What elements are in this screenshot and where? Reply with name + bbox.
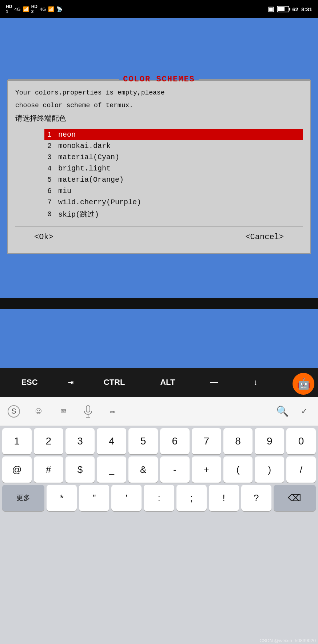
arrow-down-button[interactable]: ↓ <box>249 375 263 390</box>
battery-percent: 62 <box>292 6 298 12</box>
key-star[interactable]: * <box>47 485 77 511</box>
key-slash[interactable]: / <box>286 456 316 483</box>
signal-4g-1: 4G <box>14 7 20 12</box>
title-line-right <box>199 79 310 80</box>
dialog-message-line2: choose color scheme of termux. <box>15 101 303 110</box>
keyboard-row-numbers: 1 2 3 4 5 6 7 8 9 0 <box>0 426 318 454</box>
key-minus[interactable]: - <box>160 456 190 483</box>
dialog-body: Your colors.properties is empty,please c… <box>8 81 310 253</box>
menu-label-4: bright.light <box>58 164 111 173</box>
tab-icon[interactable]: ⇥ <box>68 377 73 388</box>
menu-item-0[interactable]: 0 skip(跳过) <box>44 208 303 221</box>
key-8[interactable]: 8 <box>223 428 253 454</box>
status-left: HD1 4G 📶 HD2 4G 📶 📡 <box>6 4 63 14</box>
collapse-icon[interactable]: ✓ <box>296 403 312 419</box>
key-3[interactable]: 3 <box>65 428 95 454</box>
menu-label-6: miu <box>58 187 71 195</box>
dialog-chinese-text: 请选择终端配色 <box>15 113 303 123</box>
key-2[interactable]: 2 <box>34 428 63 454</box>
ctrl-button[interactable]: CTRL <box>99 375 130 390</box>
suggest-icons: S ☺ ⌨ ✏ <box>6 403 121 419</box>
menu-label-5: materia(Orange) <box>58 176 124 184</box>
alt-button[interactable]: ALT <box>155 375 180 390</box>
watermark: CSDN @weixin_50839020 <box>259 638 316 643</box>
time-display: 8:31 <box>301 6 312 12</box>
esc-button[interactable]: ESC <box>16 375 43 390</box>
key-dquote[interactable]: " <box>79 485 109 511</box>
menu-item-5[interactable]: 5 materia(Orange) <box>44 174 303 185</box>
key-dollar[interactable]: $ <box>65 456 95 483</box>
dialog-box: COLOR SCHEMES Your colors.properties is … <box>7 80 311 254</box>
search-icon[interactable]: 🔍 <box>274 403 290 419</box>
menu-num-4: 4 <box>47 164 55 173</box>
menu-label-3: material(Cyan) <box>58 153 119 161</box>
color-scheme-menu: 1 neon 2 monokai.dark 3 material(Cyan) 4… <box>44 129 303 221</box>
key-colon[interactable]: : <box>144 485 174 511</box>
suggest-right: 🔍 ✓ <box>274 403 312 419</box>
menu-item-6[interactable]: 6 miu <box>44 185 303 197</box>
key-9[interactable]: 9 <box>255 428 284 454</box>
signal-bars-2: 📶 <box>48 6 54 12</box>
menu-label-0: skip(跳过) <box>58 209 99 219</box>
key-5[interactable]: 5 <box>128 428 158 454</box>
svg-text:S: S <box>11 407 16 415</box>
handwrite-icon[interactable]: ✏ <box>105 403 121 419</box>
key-6[interactable]: 6 <box>160 428 190 454</box>
key-hash[interactable]: # <box>34 456 63 483</box>
cancel-button[interactable]: <Cancel> <box>241 231 288 243</box>
menu-num-7: 7 <box>47 198 55 206</box>
key-0[interactable]: 0 <box>286 428 316 454</box>
key-plus[interactable]: + <box>192 456 221 483</box>
dash-button[interactable]: — <box>205 375 223 390</box>
dialog-buttons: <Ok> <Cancel> <box>15 226 303 247</box>
key-squote[interactable]: ' <box>111 485 142 511</box>
dialog-title: COLOR SCHEMES <box>119 75 199 84</box>
key-more[interactable]: 更多 <box>2 485 44 511</box>
keyboard-row-symbols: @ # $ _ & - + ( ) / <box>0 454 318 483</box>
menu-num-3: 3 <box>47 153 55 161</box>
key-lparen[interactable]: ( <box>223 456 253 483</box>
key-at[interactable]: @ <box>2 456 32 483</box>
signal-bars-1: 📶 <box>23 6 29 12</box>
key-1[interactable]: 1 <box>2 428 32 454</box>
robo-badge: 🤖 <box>293 373 314 395</box>
menu-num-6: 6 <box>47 187 55 195</box>
mic-icon[interactable] <box>80 403 96 419</box>
keyboard-icon[interactable]: ⌨ <box>55 403 71 419</box>
key-7[interactable]: 7 <box>192 428 221 454</box>
ok-button[interactable]: <Ok> <box>30 231 58 243</box>
keyboard-row-special: 更多 * " ' : ; ! ? ⌫ <box>0 483 318 511</box>
signal-4g-2: 4G <box>40 7 46 12</box>
key-ampersand[interactable]: & <box>128 456 158 483</box>
menu-num-1: 1 <box>47 130 55 139</box>
keyboard-toolbar: ESC ⇥ CTRL ALT — ↓ ↑ <box>0 368 318 397</box>
key-question[interactable]: ? <box>241 485 271 511</box>
menu-num-5: 5 <box>47 176 55 184</box>
key-rparen[interactable]: ) <box>255 456 284 483</box>
title-line-left <box>8 79 119 80</box>
terminal-black-bar <box>0 298 318 309</box>
key-backspace[interactable]: ⌫ <box>274 485 316 511</box>
key-underscore[interactable]: _ <box>97 456 126 483</box>
key-semicolon[interactable]: ; <box>176 485 207 511</box>
dialog-title-bar: COLOR SCHEMES <box>8 75 310 84</box>
status-right: ▣ 62 8:31 <box>268 5 312 13</box>
color-scheme-dialog: COLOR SCHEMES Your colors.properties is … <box>7 80 311 254</box>
menu-num-2: 2 <box>47 142 55 150</box>
keyboard-suggest-bar: 🤖 S ☺ ⌨ ✏ 🔍 ✓ <box>0 397 318 426</box>
emoji-icon[interactable]: ☺ <box>31 403 47 419</box>
key-exclaim[interactable]: ! <box>209 485 239 511</box>
screen-record-icon: ▣ <box>268 5 274 13</box>
menu-item-4[interactable]: 4 bright.light <box>44 163 303 174</box>
dialog-message-line1: Your colors.properties is empty,please <box>15 88 303 98</box>
sogou-icon[interactable]: S <box>6 403 22 419</box>
menu-item-2[interactable]: 2 monokai.dark <box>44 140 303 152</box>
menu-item-1[interactable]: 1 neon <box>44 129 303 140</box>
menu-item-3[interactable]: 3 material(Cyan) <box>44 152 303 163</box>
menu-item-7[interactable]: 7 wild.cherry(Purple) <box>44 197 303 208</box>
menu-num-0: 0 <box>47 210 55 218</box>
key-4[interactable]: 4 <box>97 428 126 454</box>
wifi-icon: 📡 <box>56 6 63 12</box>
menu-label-2: monokai.dark <box>58 142 111 150</box>
keyboard-area: 1 2 3 4 5 6 7 8 9 0 @ # $ _ & - + ( ) / … <box>0 426 318 644</box>
